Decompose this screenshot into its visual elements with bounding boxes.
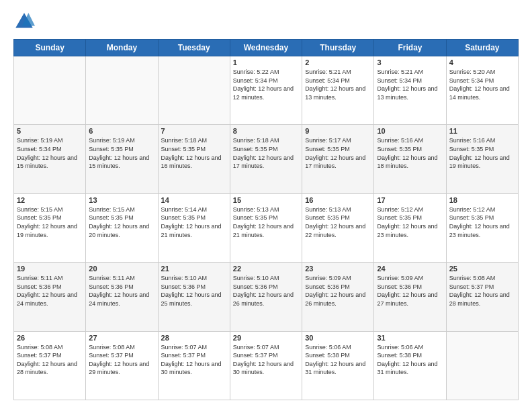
calendar-week-row: 1Sunrise: 5:22 AM Sunset: 5:34 PM Daylig…	[14, 56, 519, 125]
calendar-cell: 22Sunrise: 5:10 AM Sunset: 5:36 PM Dayli…	[230, 263, 302, 331]
day-info: Sunrise: 5:21 AM Sunset: 5:34 PM Dayligh…	[305, 68, 371, 101]
calendar-week-row: 12Sunrise: 5:15 AM Sunset: 5:35 PM Dayli…	[14, 193, 519, 262]
calendar-cell: 28Sunrise: 5:07 AM Sunset: 5:37 PM Dayli…	[158, 331, 230, 400]
calendar-cell: 19Sunrise: 5:11 AM Sunset: 5:36 PM Dayli…	[14, 263, 86, 331]
header-sunday: Sunday	[14, 40, 86, 56]
day-info: Sunrise: 5:11 AM Sunset: 5:36 PM Dayligh…	[17, 274, 83, 308]
calendar-cell: 11Sunrise: 5:16 AM Sunset: 5:35 PM Dayli…	[446, 125, 518, 193]
calendar-cell: 27Sunrise: 5:08 AM Sunset: 5:37 PM Dayli…	[86, 331, 158, 400]
day-info: Sunrise: 5:07 AM Sunset: 5:37 PM Dayligh…	[161, 343, 227, 377]
header-tuesday: Tuesday	[158, 40, 230, 56]
day-number: 14	[161, 196, 227, 204]
day-info: Sunrise: 5:16 AM Sunset: 5:35 PM Dayligh…	[449, 136, 515, 170]
day-number: 1	[233, 58, 299, 66]
day-number: 25	[449, 265, 515, 273]
day-info: Sunrise: 5:13 AM Sunset: 5:35 PM Dayligh…	[305, 205, 371, 239]
calendar-cell: 5Sunrise: 5:19 AM Sunset: 5:34 PM Daylig…	[14, 125, 86, 193]
day-number: 4	[449, 58, 515, 66]
logo-icon	[13, 11, 35, 32]
header-monday: Monday	[86, 40, 158, 56]
page: Sunday Monday Tuesday Wednesday Thursday…	[0, 0, 532, 411]
calendar-cell: 16Sunrise: 5:13 AM Sunset: 5:35 PM Dayli…	[302, 193, 374, 262]
calendar-cell: 6Sunrise: 5:19 AM Sunset: 5:35 PM Daylig…	[86, 125, 158, 193]
calendar-cell: 31Sunrise: 5:06 AM Sunset: 5:38 PM Dayli…	[374, 331, 446, 400]
day-info: Sunrise: 5:19 AM Sunset: 5:35 PM Dayligh…	[89, 136, 154, 170]
day-number: 29	[233, 334, 299, 342]
day-number: 9	[305, 127, 371, 135]
calendar-cell: 23Sunrise: 5:09 AM Sunset: 5:36 PM Dayli…	[302, 263, 374, 331]
day-info: Sunrise: 5:20 AM Sunset: 5:34 PM Dayligh…	[449, 68, 515, 101]
calendar-cell: 25Sunrise: 5:08 AM Sunset: 5:37 PM Dayli…	[446, 263, 518, 331]
day-info: Sunrise: 5:19 AM Sunset: 5:34 PM Dayligh…	[17, 136, 83, 170]
day-info: Sunrise: 5:12 AM Sunset: 5:35 PM Dayligh…	[377, 205, 443, 239]
day-number: 19	[17, 265, 83, 273]
calendar-cell: 3Sunrise: 5:21 AM Sunset: 5:34 PM Daylig…	[374, 56, 446, 125]
header	[13, 11, 519, 32]
calendar-table: Sunday Monday Tuesday Wednesday Thursday…	[13, 39, 519, 400]
calendar-week-row: 26Sunrise: 5:08 AM Sunset: 5:37 PM Dayli…	[14, 331, 519, 400]
calendar-cell	[86, 56, 158, 125]
day-info: Sunrise: 5:22 AM Sunset: 5:34 PM Dayligh…	[233, 68, 299, 101]
calendar-week-row: 19Sunrise: 5:11 AM Sunset: 5:36 PM Dayli…	[14, 263, 519, 331]
day-number: 30	[305, 334, 371, 342]
day-info: Sunrise: 5:09 AM Sunset: 5:36 PM Dayligh…	[305, 274, 371, 308]
day-info: Sunrise: 5:14 AM Sunset: 5:35 PM Dayligh…	[161, 205, 227, 239]
day-info: Sunrise: 5:12 AM Sunset: 5:35 PM Dayligh…	[449, 205, 515, 239]
calendar-cell: 26Sunrise: 5:08 AM Sunset: 5:37 PM Dayli…	[14, 331, 86, 400]
day-number: 2	[305, 58, 371, 66]
day-number: 11	[449, 127, 515, 135]
day-info: Sunrise: 5:07 AM Sunset: 5:37 PM Dayligh…	[233, 343, 299, 377]
day-info: Sunrise: 5:16 AM Sunset: 5:35 PM Dayligh…	[377, 136, 443, 170]
day-info: Sunrise: 5:06 AM Sunset: 5:38 PM Dayligh…	[305, 343, 371, 377]
calendar-cell	[14, 56, 86, 125]
day-info: Sunrise: 5:06 AM Sunset: 5:38 PM Dayligh…	[377, 343, 443, 377]
calendar-cell: 10Sunrise: 5:16 AM Sunset: 5:35 PM Dayli…	[374, 125, 446, 193]
day-info: Sunrise: 5:21 AM Sunset: 5:34 PM Dayligh…	[377, 68, 443, 101]
day-number: 23	[305, 265, 371, 273]
day-info: Sunrise: 5:13 AM Sunset: 5:35 PM Dayligh…	[233, 205, 299, 239]
day-info: Sunrise: 5:17 AM Sunset: 5:35 PM Dayligh…	[305, 136, 371, 170]
weekday-header-row: Sunday Monday Tuesday Wednesday Thursday…	[14, 40, 519, 56]
day-info: Sunrise: 5:09 AM Sunset: 5:36 PM Dayligh…	[377, 274, 443, 308]
header-saturday: Saturday	[446, 40, 518, 56]
day-number: 22	[233, 265, 299, 273]
day-number: 16	[305, 196, 371, 204]
day-info: Sunrise: 5:10 AM Sunset: 5:36 PM Dayligh…	[233, 274, 299, 308]
day-number: 26	[17, 334, 83, 342]
day-number: 3	[377, 58, 443, 66]
day-info: Sunrise: 5:15 AM Sunset: 5:35 PM Dayligh…	[89, 205, 154, 239]
calendar-cell: 14Sunrise: 5:14 AM Sunset: 5:35 PM Dayli…	[158, 193, 230, 262]
day-number: 15	[233, 196, 299, 204]
calendar-cell: 15Sunrise: 5:13 AM Sunset: 5:35 PM Dayli…	[230, 193, 302, 262]
calendar-cell	[158, 56, 230, 125]
calendar-cell: 13Sunrise: 5:15 AM Sunset: 5:35 PM Dayli…	[86, 193, 158, 262]
calendar-cell	[446, 331, 518, 400]
calendar-cell: 21Sunrise: 5:10 AM Sunset: 5:36 PM Dayli…	[158, 263, 230, 331]
calendar-cell: 24Sunrise: 5:09 AM Sunset: 5:36 PM Dayli…	[374, 263, 446, 331]
day-number: 13	[89, 196, 154, 204]
day-info: Sunrise: 5:18 AM Sunset: 5:35 PM Dayligh…	[161, 136, 227, 170]
day-info: Sunrise: 5:11 AM Sunset: 5:36 PM Dayligh…	[89, 274, 154, 308]
day-number: 20	[89, 265, 154, 273]
calendar-cell: 4Sunrise: 5:20 AM Sunset: 5:34 PM Daylig…	[446, 56, 518, 125]
day-number: 6	[89, 127, 154, 135]
day-number: 10	[377, 127, 443, 135]
calendar-cell: 9Sunrise: 5:17 AM Sunset: 5:35 PM Daylig…	[302, 125, 374, 193]
header-friday: Friday	[374, 40, 446, 56]
day-info: Sunrise: 5:18 AM Sunset: 5:35 PM Dayligh…	[233, 136, 299, 170]
day-number: 24	[377, 265, 443, 273]
day-info: Sunrise: 5:08 AM Sunset: 5:37 PM Dayligh…	[17, 343, 83, 377]
day-number: 17	[377, 196, 443, 204]
calendar-cell: 12Sunrise: 5:15 AM Sunset: 5:35 PM Dayli…	[14, 193, 86, 262]
calendar-cell: 8Sunrise: 5:18 AM Sunset: 5:35 PM Daylig…	[230, 125, 302, 193]
day-number: 12	[17, 196, 83, 204]
calendar-cell: 20Sunrise: 5:11 AM Sunset: 5:36 PM Dayli…	[86, 263, 158, 331]
day-number: 8	[233, 127, 299, 135]
calendar-week-row: 5Sunrise: 5:19 AM Sunset: 5:34 PM Daylig…	[14, 125, 519, 193]
calendar-cell: 2Sunrise: 5:21 AM Sunset: 5:34 PM Daylig…	[302, 56, 374, 125]
calendar-cell: 29Sunrise: 5:07 AM Sunset: 5:37 PM Dayli…	[230, 331, 302, 400]
day-number: 7	[161, 127, 227, 135]
calendar-cell: 7Sunrise: 5:18 AM Sunset: 5:35 PM Daylig…	[158, 125, 230, 193]
logo	[13, 11, 38, 32]
day-number: 31	[377, 334, 443, 342]
